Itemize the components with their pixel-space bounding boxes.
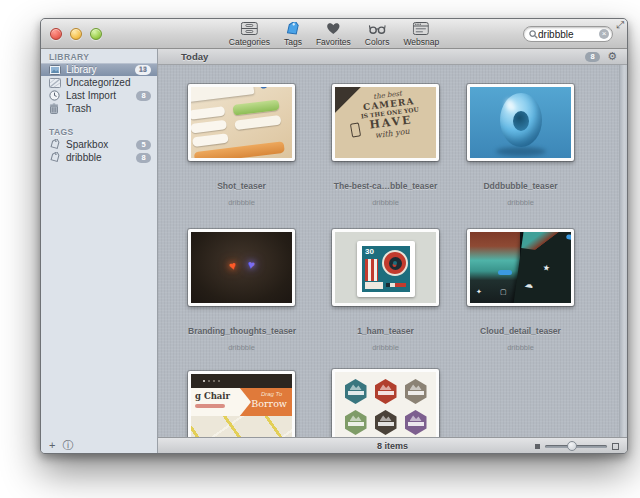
clear-search-icon[interactable]: × [599,29,609,39]
badge-hexagon [375,379,397,404]
item-title: Shot_teaser [188,181,295,191]
uncategorized-icon [49,77,61,88]
sidebar-item-uncategorized[interactable]: Uncategorized [41,76,157,89]
toolbar-item-label: Favorites [316,37,351,47]
badge-hexagon [345,379,367,404]
toolbar-item-label: Websnap [403,37,439,47]
item-title: Dddbubble_teaser [467,181,574,191]
glasses-icon [369,21,386,36]
thumbnail-art [335,372,436,437]
heart-icon [247,258,256,271]
desktop: Categories Tags Favorites [0,0,640,498]
item-title: Branding_thoughts_teaser [188,326,295,336]
sidebar-item-label: Sparkbox [66,138,136,151]
trash-glyph-icon: ▢ [500,288,507,296]
item-count: 8 items [377,441,408,451]
item-title: Cloud_detail_teaser [467,326,574,336]
search-icon [529,30,538,39]
library-icon [49,64,61,75]
toolbar-item-favorites[interactable]: Favorites [316,21,351,47]
sidebar-section-library: LIBRARY [41,52,157,63]
cloud-icon: ☁ [524,279,534,290]
vertical-scrollbar[interactable] [619,65,627,437]
thumbnail-borrow-teaser[interactable]: g Chair Drag To Borrow [188,371,295,437]
toolbar-item-tags[interactable]: Tags [284,21,302,47]
sidebar-item-dribbble[interactable]: dribbble 8 [41,151,157,164]
search-field[interactable]: × [523,26,613,42]
count-badge: 8 [136,91,151,101]
group-title: Today [181,51,208,62]
thumbnail-art [470,87,571,158]
trash-icon [49,103,61,114]
thumbnail-ham-teaser[interactable]: 30 [332,229,439,306]
categories-icon [241,21,258,36]
sidebar-item-sparkbox[interactable]: Sparkbox 5 [41,138,157,151]
thumbnail-art [191,232,292,303]
item-tag: dribbble [467,198,574,207]
grid-item: Branding_thoughts_teaser dribbble [188,229,295,352]
tag-icon [49,139,61,150]
tags-icon [285,21,301,36]
thumbnail-badges-teaser[interactable] [332,369,439,437]
fullscreen-icon[interactable]: ⤢ [616,20,624,30]
thumbnail-branding-thoughts-teaser[interactable] [188,229,295,306]
sidebar-item-trash[interactable]: Trash [41,102,157,115]
zoom-slider[interactable] [545,445,607,448]
badge-hexagon [405,379,427,404]
sidebar-item-label: dribbble [66,151,136,164]
gear-icon[interactable]: ⚙ [607,51,617,62]
toolbar-item-label: Colors [365,37,390,47]
thumbnail-art: 30 [335,232,436,303]
close-button[interactable] [50,28,62,40]
toolbar-item-colors[interactable]: Colors [365,21,390,47]
twitter-icon: ✦ [476,288,482,296]
thumbnail-art: ✦ ▢ ★ ☁ [470,232,571,303]
thumbnail-cloud-detail-teaser[interactable]: ✦ ▢ ★ ☁ [467,229,574,306]
traffic-lights [50,28,102,40]
sidebar-section-tags: TAGS [41,127,157,138]
grid-item: ✦ ▢ ★ ☁ Cloud_detail_teaser dribbble [467,229,574,352]
zoom-button[interactable] [90,28,102,40]
zoom-in-icon[interactable] [612,443,619,450]
item-title: The-best-ca…bble_teaser [332,181,439,191]
group-header: Today 8 ⚙ [158,49,627,65]
minimize-button[interactable] [70,28,82,40]
item-tag: dribbble [332,343,439,352]
toolbar-item-categories[interactable]: Categories [229,21,270,47]
grid-item: 30 1_ham_teaser dribbble [332,229,439,352]
grid-item: the best CAMERA IS THE ONE YOU HAVE with… [332,84,439,207]
toolbar-item-label: Categories [229,37,270,47]
thumbnail-art: g Chair Drag To Borrow [191,374,292,437]
zoom-out-icon[interactable] [535,444,540,449]
sidebar-item-library[interactable]: Library 13 [41,63,157,76]
grid-item: g Chair Drag To Borrow [188,371,295,437]
info-button[interactable]: ⓘ [62,440,73,451]
badge-hexagon [345,410,367,435]
toolbar-items: Categories Tags Favorites [229,21,439,47]
sidebar-item-label: Uncategorized [66,76,157,89]
item-tag: dribbble [188,343,295,352]
thumbnail-dddbubble-teaser[interactable] [467,84,574,161]
thumbnail-best-camera-teaser[interactable]: the best CAMERA IS THE ONE YOU HAVE with… [332,84,439,161]
sidebar-item-label: Library [66,63,135,76]
grid-item: Shot_teaser dribbble [188,84,295,207]
thumbnail-art [191,87,292,158]
zoom-slider-knob[interactable] [567,441,577,451]
item-tag: dribbble [332,198,439,207]
add-button[interactable]: + [49,440,55,451]
heart-icon [326,21,341,36]
status-bar: 8 items [158,437,627,453]
app-window: Categories Tags Favorites [40,18,628,454]
star-icon: ★ [542,263,550,273]
thumbnail-shot-teaser[interactable] [188,84,295,161]
search-input[interactable] [538,29,599,40]
grid-item [332,369,439,437]
sidebar-item-last-import[interactable]: Last Import 8 [41,89,157,102]
sidebar: LIBRARY Library 13 Uncategorized [41,49,158,453]
count-badge: 13 [135,65,151,75]
item-title: 1_ham_teaser [332,326,439,336]
toolbar-item-websnap[interactable]: Websnap [403,21,439,47]
clock-icon [49,90,61,101]
thumbnail-grid: Shot_teaser dribbble the best CAMERA IS … [158,65,627,437]
sidebar-footer: + ⓘ [41,437,157,453]
